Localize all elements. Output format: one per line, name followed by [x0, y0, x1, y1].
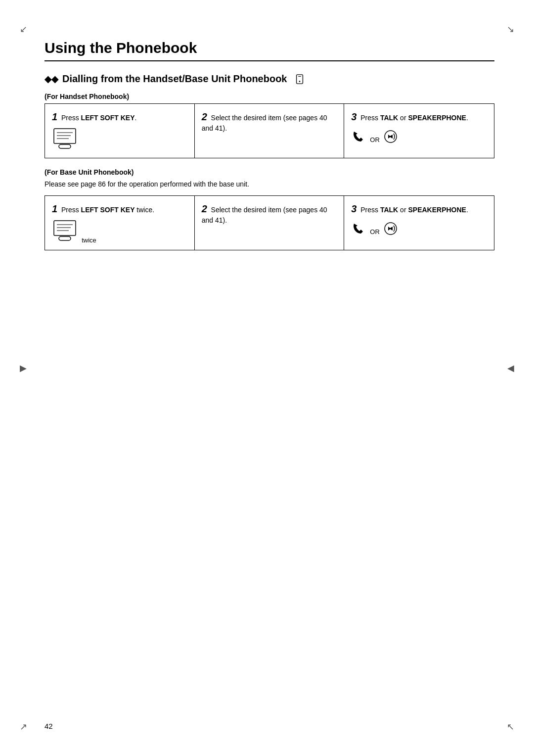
page: ↙ ↘ ▶ ◀ ↗ ↖ Using the Phonebook ◆◆ Diall…: [0, 0, 534, 756]
base-step-2: 2 Select the desired item (see pages 40 …: [195, 196, 345, 250]
base-step-1-icon: twice: [52, 220, 187, 244]
base-step-2-number: 2: [202, 203, 207, 214]
talk-icon: [351, 130, 367, 143]
or-text-2: OR: [370, 228, 380, 236]
handset-step-1-text: 1 Press LEFT SOFT KEY.: [52, 110, 187, 124]
handset-step-3-text: 3 Press TALK or SPEAKERPHONE.: [351, 110, 487, 124]
base-step-3-text: 3 Press TALK or SPEAKERPHONE.: [351, 202, 487, 216]
base-speakerphone-icon: [383, 222, 399, 236]
base-step-1-number: 1: [52, 203, 57, 214]
main-title: Using the Phonebook: [44, 40, 494, 61]
handset-step-1-number: 1: [52, 111, 57, 122]
base-step-2-text: 2 Select the desired item (see pages 40 …: [202, 202, 337, 226]
page-number: 42: [44, 722, 53, 730]
handset-step-2-number: 2: [202, 111, 207, 122]
base-soft-key-icon: [52, 220, 78, 242]
corner-mark-tr: ↘: [507, 24, 514, 35]
corner-mark-bl: ↗: [20, 721, 27, 732]
base-step-3: 3 Press TALK or SPEAKERPHONE. OR: [344, 196, 494, 250]
speakerphone-icon: [383, 130, 399, 143]
section-heading: ◆◆ Dialling from the Handset/Base Unit P…: [44, 73, 494, 85]
base-unit-phonebook-label: (For Base Unit Phonebook): [44, 168, 494, 176]
handset-step-3-icons: OR: [351, 130, 487, 143]
corner-mark-br: ↖: [507, 721, 514, 732]
base-talk-icon: [351, 222, 367, 236]
handset-step-1-icon: [52, 128, 187, 152]
base-step-1-text: 1 Press LEFT SOFT KEY twice.: [52, 202, 187, 216]
section-heading-text: Dialling from the Handset/Base Unit Phon…: [62, 73, 287, 85]
base-unit-note: Please see page 86 for the operation per…: [44, 179, 494, 189]
base-step-3-icons: OR: [351, 222, 487, 236]
handset-step-3: 3 Press TALK or SPEAKERPHONE. OR: [344, 104, 494, 158]
handset-step-3-number: 3: [351, 111, 356, 122]
svg-rect-7: [59, 144, 71, 148]
twice-label: twice: [82, 236, 96, 244]
svg-rect-0: [296, 74, 303, 83]
svg-rect-9: [54, 221, 76, 236]
handset-step-2: 2 Select the desired item (see pages 40 …: [195, 104, 345, 158]
handset-step-1: 1 Press LEFT SOFT KEY.: [45, 104, 195, 158]
corner-mark-mr: ◀: [507, 363, 514, 374]
handset-step-2-text: 2 Select the desired item (see pages 40 …: [202, 110, 337, 134]
corner-mark-tl: ↙: [20, 24, 27, 35]
svg-rect-3: [54, 129, 76, 143]
soft-key-icon: [52, 128, 78, 150]
handset-instruction-box: 1 Press LEFT SOFT KEY. 2: [44, 103, 494, 158]
svg-point-2: [299, 81, 300, 82]
svg-rect-13: [59, 236, 71, 240]
handset-phonebook-label: (For Handset Phonebook): [44, 93, 494, 100]
handset-icon: [294, 74, 305, 85]
or-text-1: OR: [370, 136, 380, 143]
diamonds-icon: ◆◆: [44, 74, 58, 85]
corner-mark-ml: ▶: [20, 363, 27, 374]
base-unit-instruction-box: 1 Press LEFT SOFT KEY twice. twice 2 Sel…: [44, 195, 494, 250]
base-step-3-number: 3: [351, 203, 356, 214]
base-step-1: 1 Press LEFT SOFT KEY twice. twice: [45, 196, 195, 250]
